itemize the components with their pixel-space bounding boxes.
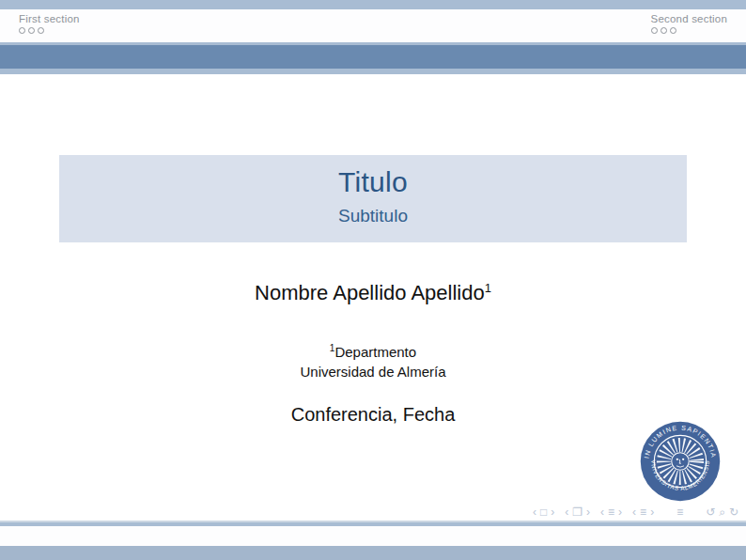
- frame-icon[interactable]: ❐: [572, 506, 583, 518]
- nav-group-frame: ‹ ❐ ›: [565, 506, 590, 518]
- header-bottom-line: [0, 69, 746, 74]
- beamer-title-slide: First section Second section Titulo Subt…: [0, 0, 746, 560]
- frame-dot[interactable]: [38, 27, 44, 34]
- institute-line2: Universidad de Almería: [0, 362, 746, 381]
- presentation-icon[interactable]: ≡: [676, 506, 683, 518]
- section-frame-dots: [19, 27, 80, 34]
- nav-group-section: ‹ ≡ ›: [632, 506, 654, 518]
- author-name-text: Nombre Apellido Apellido: [255, 281, 485, 304]
- author-footnote-mark: 1: [485, 281, 491, 295]
- nav-group-slide: ‹ □ ›: [533, 506, 554, 518]
- universidad-almeria-seal-logo: IN LUMINE SAPIENTIA VNIVERSITAS ALMERIEN…: [639, 420, 722, 503]
- prev-frame-icon[interactable]: ‹: [565, 506, 568, 518]
- section-label[interactable]: Second section: [651, 13, 727, 24]
- title-box: Titulo Subtitulo: [59, 155, 687, 242]
- header-top-bar: [0, 0, 746, 9]
- prev-subsection-icon[interactable]: ‹: [600, 506, 604, 518]
- back-icon[interactable]: ↺: [706, 506, 715, 518]
- header-navigation-strip: First section Second section: [0, 9, 746, 42]
- search-icon[interactable]: ⌕: [719, 506, 725, 518]
- forward-icon[interactable]: ↻: [729, 506, 738, 518]
- slide-subtitle: Subtitulo: [59, 206, 687, 226]
- author-name: Nombre Apellido Apellido1: [0, 281, 746, 305]
- frame-dot[interactable]: [28, 27, 35, 34]
- nav-section-second[interactable]: Second section: [651, 13, 727, 34]
- prev-section-icon[interactable]: ‹: [632, 506, 636, 518]
- seal-face-eye: [676, 459, 678, 460]
- nav-section-first[interactable]: First section: [19, 13, 80, 34]
- footer-strip: Titulo corredero Universidad de Almería: [0, 526, 746, 546]
- section-label[interactable]: First section: [19, 13, 80, 24]
- beamer-navigation-bar: ‹ □ › ‹ ❐ › ‹ ≡ › ‹ ≡ › ≡ ↺ ⌕ ↻: [522, 506, 738, 518]
- frame-dot[interactable]: [651, 27, 658, 34]
- institute-department: Departmento: [334, 344, 416, 360]
- slide-icon[interactable]: □: [540, 506, 547, 518]
- institute-line1: 1Departmento: [0, 338, 746, 362]
- section-icon[interactable]: ≡: [640, 506, 646, 518]
- nav-group-subsection: ‹ ≡ ›: [600, 506, 622, 518]
- header-blue-band: [0, 45, 746, 69]
- frame-dot[interactable]: [19, 27, 25, 34]
- next-subsection-icon[interactable]: ›: [618, 506, 622, 518]
- next-slide-icon[interactable]: ›: [551, 506, 554, 518]
- section-frame-dots: [651, 27, 727, 34]
- frame-dot[interactable]: [661, 27, 667, 34]
- footer-bottom-bar: [0, 546, 746, 560]
- nav-group-presentation: ≡: [676, 506, 683, 518]
- slide-title: Titulo: [59, 166, 687, 198]
- subsection-icon[interactable]: ≡: [608, 506, 614, 518]
- nav-group-history: ↺ ⌕ ↻: [706, 506, 738, 518]
- conference-date: Conferencia, Fecha: [0, 404, 746, 426]
- prev-slide-icon[interactable]: ‹: [533, 506, 536, 518]
- institute-block: 1Departmento Universidad de Almería: [0, 338, 746, 381]
- seal-face-eye: [682, 459, 684, 460]
- frame-dot[interactable]: [670, 27, 676, 34]
- next-section-icon[interactable]: ›: [650, 506, 654, 518]
- next-frame-icon[interactable]: ›: [586, 506, 590, 518]
